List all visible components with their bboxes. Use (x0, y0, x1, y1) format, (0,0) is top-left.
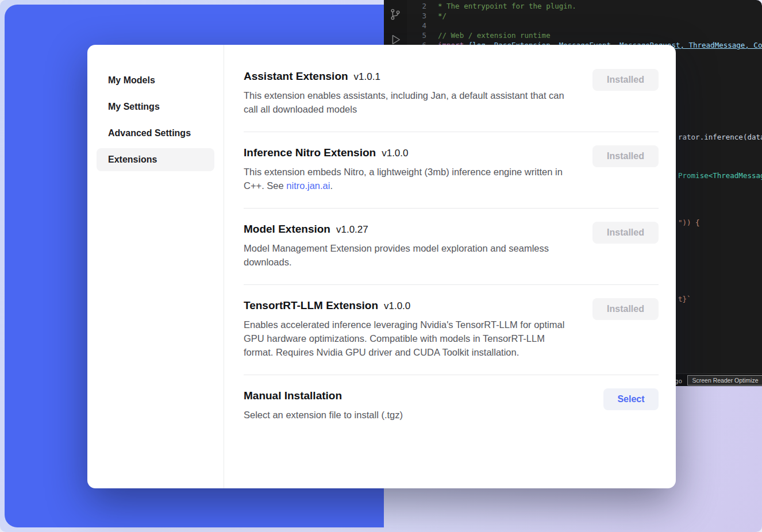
extensions-panel: Assistant Extensionv1.0.1 This extension… (224, 45, 676, 488)
description-text: . (330, 180, 333, 191)
extension-heading: Inference Nitro Extensionv1.0.0 (244, 147, 576, 159)
extension-heading: Model Extensionv1.0.27 (244, 223, 576, 236)
code-fragment: rator.inference(data)); (678, 132, 762, 142)
extension-heading: Manual Installation (244, 390, 403, 402)
extension-version: v1.0.0 (382, 148, 408, 159)
sidebar-item-advanced-settings[interactable]: Advanced Settings (97, 122, 214, 145)
installed-button[interactable]: Installed (592, 222, 659, 244)
extension-heading: TensortRT-LLM Extensionv1.0.0 (244, 299, 576, 312)
source-control-icon[interactable] (389, 8, 402, 23)
code-fragment: t}` (678, 294, 691, 304)
code-comment: */ (438, 11, 447, 20)
nitro-jan-ai-link[interactable]: nitro.jan.ai (286, 180, 330, 191)
extension-heading: Assistant Extensionv1.0.1 (244, 70, 576, 83)
installed-button[interactable]: Installed (592, 298, 659, 320)
code-fragment: ")) { (678, 218, 700, 228)
sidebar-item-extensions[interactable]: Extensions (97, 148, 214, 171)
extension-description: Enables accelerated inference leveraging… (244, 318, 576, 359)
extension-row: Model Extensionv1.0.27 Model Management … (244, 209, 659, 284)
screen-reader-optimize-button[interactable]: Screen Reader Optimize (687, 375, 762, 385)
code-comment: * The entrypoint for the plugin. (438, 2, 576, 10)
code-area: 2* The entrypoint for the plugin. 3*/ 4 … (411, 1, 762, 50)
extension-description: Model Management Extension provides mode… (244, 241, 576, 269)
sidebar-item-my-models[interactable]: My Models (97, 69, 214, 92)
extension-description: Select an extension file to install (.tg… (244, 408, 403, 422)
line-number: 3 (411, 11, 426, 21)
manual-installation-row: Manual Installation Select an extension … (244, 375, 659, 437)
line-number: 4 (411, 21, 426, 30)
extension-title: Manual Installation (244, 390, 342, 402)
installed-button[interactable]: Installed (592, 145, 659, 167)
extension-version: v1.0.27 (336, 224, 368, 235)
extension-version: v1.0.0 (384, 300, 410, 311)
extension-row: TensortRT-LLM Extensionv1.0.0 Enables ac… (244, 285, 659, 375)
extension-row: Inference Nitro Extensionv1.0.0 This ext… (244, 132, 659, 208)
extension-title: Model Extension (244, 223, 330, 235)
extension-version: v1.0.1 (354, 71, 380, 82)
extension-title: Assistant Extension (244, 70, 348, 82)
select-file-button[interactable]: Select (603, 388, 659, 410)
page: 2* The entrypoint for the plugin. 3*/ 4 … (0, 0, 762, 532)
extension-description: This extension embeds Nitro, a lightweig… (244, 165, 576, 192)
code-fragment: Promise<ThreadMessage> (678, 171, 762, 180)
extension-row: Assistant Extensionv1.0.1 This extension… (244, 62, 659, 132)
settings-sidebar: My Models My Settings Advanced Settings … (87, 45, 224, 488)
extension-title: Inference Nitro Extension (244, 147, 376, 159)
extension-title: TensortRT-LLM Extension (244, 299, 378, 311)
extension-description: This extension enables assistants, inclu… (244, 88, 576, 116)
settings-modal: My Models My Settings Advanced Settings … (87, 45, 676, 488)
code-comment: // Web / extension runtime (438, 31, 551, 40)
line-number: 2 (411, 1, 426, 11)
line-number: 5 (411, 30, 426, 40)
sidebar-item-my-settings[interactable]: My Settings (97, 95, 214, 118)
installed-button[interactable]: Installed (592, 69, 659, 91)
